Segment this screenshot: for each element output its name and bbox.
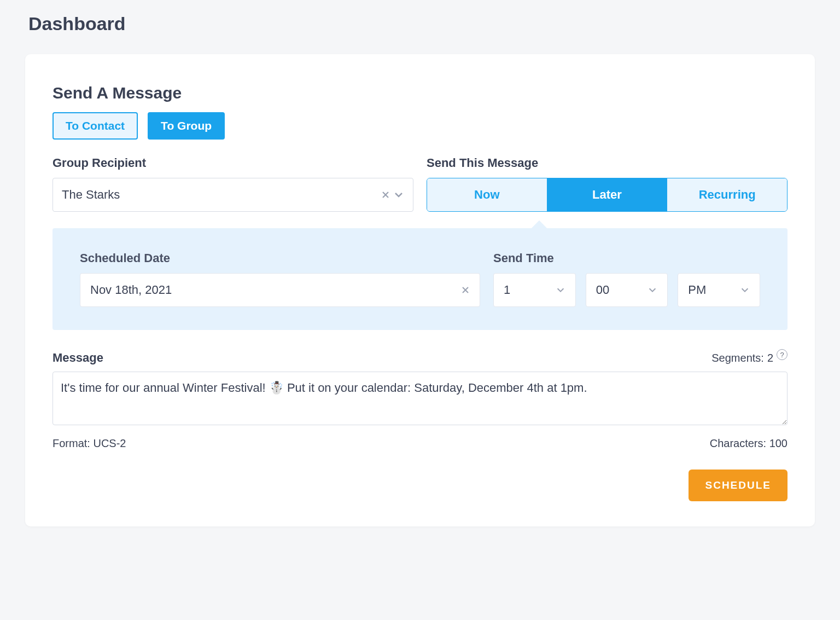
- chevron-down-icon: [556, 285, 565, 295]
- schedule-button[interactable]: SCHEDULE: [689, 470, 788, 501]
- message-textarea[interactable]: [52, 372, 788, 425]
- group-recipient-value: The Starks: [62, 188, 120, 202]
- minute-select[interactable]: 00: [586, 273, 668, 307]
- character-count: Characters: 100: [710, 437, 788, 450]
- group-recipient-select[interactable]: The Starks: [52, 178, 413, 212]
- ampm-value: PM: [688, 283, 706, 297]
- segments-label: Segments:: [711, 352, 764, 364]
- scheduled-date-label: Scheduled Date: [80, 251, 480, 265]
- hour-select[interactable]: 1: [493, 273, 576, 307]
- chevron-down-icon: [648, 285, 657, 295]
- help-icon[interactable]: ?: [777, 349, 788, 360]
- recipient-type-tabs: To Contact To Group: [52, 112, 788, 140]
- send-time-label: Send Time: [493, 251, 760, 265]
- segments-value: 2: [767, 352, 773, 364]
- send-message-card: Send A Message To Contact To Group Group…: [25, 54, 815, 526]
- timing-now-button[interactable]: Now: [427, 178, 547, 211]
- minute-value: 00: [596, 283, 609, 297]
- timing-recurring-button[interactable]: Recurring: [667, 178, 787, 211]
- send-timing-segmented: Now Later Recurring: [427, 178, 788, 212]
- timing-later-button[interactable]: Later: [547, 178, 668, 211]
- page-title: Dashboard: [28, 13, 815, 34]
- clear-icon[interactable]: [381, 190, 390, 199]
- schedule-panel: Scheduled Date Nov 18th, 2021 Send Time …: [52, 228, 788, 330]
- scheduled-date-value: Nov 18th, 2021: [90, 283, 172, 297]
- format-info: Format: UCS-2: [52, 437, 126, 450]
- tab-to-contact[interactable]: To Contact: [52, 112, 138, 140]
- scheduled-date-input[interactable]: Nov 18th, 2021: [80, 273, 480, 307]
- clear-date-icon[interactable]: [461, 286, 470, 294]
- card-title: Send A Message: [52, 84, 788, 102]
- chevron-down-icon: [740, 285, 750, 295]
- group-recipient-label: Group Recipient: [52, 156, 413, 170]
- message-label: Message: [52, 351, 103, 365]
- tab-to-group[interactable]: To Group: [148, 112, 225, 140]
- send-timing-label: Send This Message: [427, 156, 788, 170]
- chevron-down-icon[interactable]: [393, 189, 404, 200]
- ampm-select[interactable]: PM: [678, 273, 760, 307]
- hour-value: 1: [504, 283, 510, 297]
